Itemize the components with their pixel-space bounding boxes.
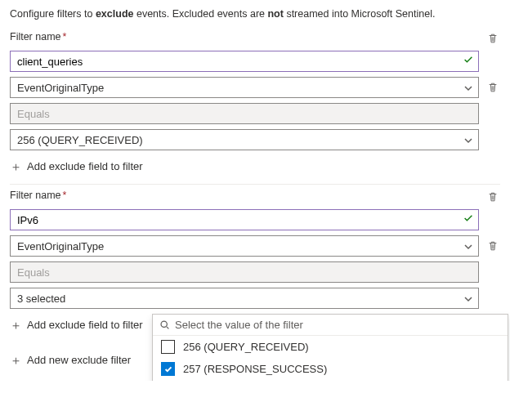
filter-name-input[interactable] [10,51,479,72]
chevron-down-icon [463,83,473,96]
operator-select: Equals [10,261,479,283]
plus-icon: ＋ [10,160,22,172]
dropdown-search[interactable]: Select the value of the filter [153,315,508,336]
search-icon [159,319,170,330]
chevron-down-icon [463,294,473,306]
delete-condition-icon[interactable] [485,239,500,253]
filter-name-input-wrap [10,51,479,72]
filter-block-1: Filter name* EventOriginalType Equals [10,31,500,185]
checkbox-checked-icon [161,362,175,376]
plus-icon: ＋ [10,319,22,331]
filter-name-input[interactable] [10,209,479,230]
delete-filter-icon[interactable] [485,31,500,46]
chevron-down-icon [463,242,473,254]
dropdown-option-label: 257 (RESPONSE_SUCCESS) [183,363,327,375]
field-select[interactable]: EventOriginalType [10,235,479,257]
filter-block-2: Filter name* EventOriginalType Equals [10,190,500,342]
add-exclude-field-button[interactable]: ＋ Add exclude field to filter [10,314,143,336]
plus-icon: ＋ [10,354,22,366]
checkbox-unchecked-icon [161,340,175,354]
filter-name-label: Filter name* [10,31,479,42]
value-select[interactable]: 3 selected [10,288,479,309]
operator-select: Equals [10,103,479,124]
delete-filter-icon[interactable] [485,190,500,204]
dropdown-search-placeholder: Select the value of the filter [175,319,303,331]
value-select[interactable]: 256 (QUERY_RECEIVED) [10,129,479,150]
value-dropdown-panel: Select the value of the filter 256 (QUER… [152,314,508,381]
dropdown-option[interactable]: 257 (RESPONSE_SUCCESS) [153,358,508,380]
svg-point-0 [161,321,167,327]
add-exclude-field-button[interactable]: ＋ Add exclude field to filter [10,155,500,177]
delete-condition-icon[interactable] [485,80,500,95]
dropdown-option[interactable]: 258 (RESPONSE_FAILURE) [153,380,508,381]
chevron-down-icon [463,136,473,148]
filter-name-input-wrap [10,209,479,230]
dropdown-option[interactable]: 256 (QUERY_RECEIVED) [153,336,508,358]
page-description: Configure filters to exclude events. Exc… [10,8,500,20]
field-select[interactable]: EventOriginalType [10,77,479,98]
filter-name-label: Filter name* [10,190,479,201]
dropdown-option-label: 256 (QUERY_RECEIVED) [183,341,309,353]
